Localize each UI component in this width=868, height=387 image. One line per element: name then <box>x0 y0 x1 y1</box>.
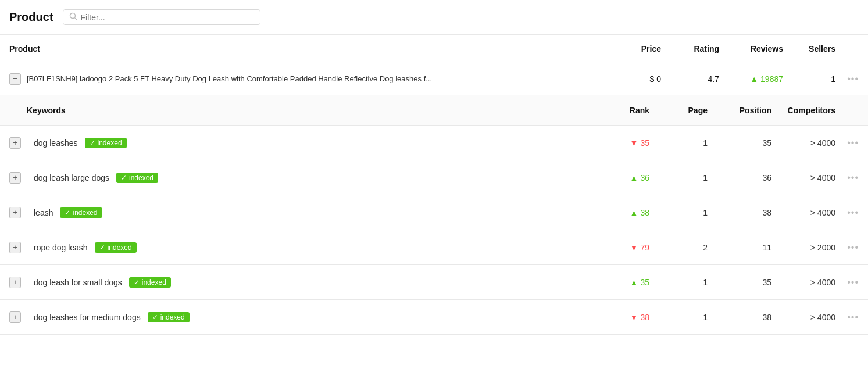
rank-trend-icon: ▼ <box>630 138 638 148</box>
main-column-headers: Product Price Rating Reviews Sellers <box>0 35 868 63</box>
keyword-more-button[interactable]: ••• <box>847 138 859 148</box>
rank-value: 38 <box>640 313 649 322</box>
product-price: $ 0 <box>591 74 661 84</box>
indexed-badge: ✓indexed <box>95 242 137 253</box>
product-more-button[interactable]: ••• <box>847 74 859 84</box>
keyword-row: + leash ✓indexed ▲ 38 1 38 > 4000 ••• <box>0 195 868 230</box>
check-icon: ✓ <box>121 174 127 182</box>
keyword-page: 1 <box>649 138 708 148</box>
kw-col-header-page: Page <box>649 106 708 115</box>
product-sellers: 1 <box>783 74 835 84</box>
expand-icon: + <box>13 278 17 286</box>
check-icon: ✓ <box>99 243 105 252</box>
check-icon: ✓ <box>134 278 140 286</box>
page-title: Product <box>9 10 53 24</box>
keyword-rank: ▼ 38 <box>580 313 649 322</box>
rank-trend-icon: ▼ <box>630 313 638 322</box>
rank-trend-icon: ▲ <box>630 208 638 217</box>
keyword-expand-button[interactable]: + <box>9 242 21 253</box>
keyword-actions: ••• <box>835 242 859 253</box>
keyword-row: + rope dog leash ✓indexed ▼ 79 2 11 > 20… <box>0 230 868 265</box>
rank-value: 35 <box>640 278 649 287</box>
keyword-actions: ••• <box>835 312 859 322</box>
keyword-more-button[interactable]: ••• <box>847 242 859 253</box>
keyword-row: + dog leashes ✓indexed ▼ 35 1 35 > 4000 … <box>0 126 868 160</box>
keyword-more-button[interactable]: ••• <box>847 277 859 288</box>
col-header-price: Price <box>591 44 661 53</box>
col-header-rating: Rating <box>661 44 719 53</box>
keyword-name-cell: + leash ✓indexed <box>9 207 580 218</box>
rank-value: 38 <box>640 208 649 217</box>
keywords-section: Keywords Rank Page Position Competitors … <box>0 95 868 335</box>
svg-line-1 <box>74 18 77 20</box>
keyword-name-cell: + dog leash large dogs ✓indexed <box>9 172 580 184</box>
indexed-badge: ✓indexed <box>85 138 127 148</box>
collapse-button[interactable]: − <box>9 73 21 85</box>
keyword-competitors: > 4000 <box>771 208 835 217</box>
expand-icon: + <box>13 243 17 252</box>
filter-input[interactable] <box>81 13 254 22</box>
product-rating: 4.7 <box>661 74 719 84</box>
rank-trend-icon: ▲ <box>630 278 638 287</box>
keyword-competitors: > 2000 <box>771 243 835 252</box>
keyword-position: 36 <box>708 173 771 182</box>
keyword-row: + dog leash large dogs ✓indexed ▲ 36 1 3… <box>0 160 868 195</box>
kw-col-header-position: Position <box>708 106 771 115</box>
keyword-name-cell: + dog leashes ✓indexed <box>9 137 580 149</box>
main-container: Product Product Price Rating Reviews Sel… <box>0 0 868 387</box>
keyword-expand-button[interactable]: + <box>9 207 21 218</box>
col-header-product: Product <box>9 44 591 53</box>
keyword-rank: ▲ 35 <box>580 278 649 287</box>
keyword-expand-button[interactable]: + <box>9 137 21 149</box>
keyword-name: rope dog leash <box>34 243 88 252</box>
keyword-row: + dog leashes for medium dogs ✓indexed ▼… <box>0 300 868 335</box>
reviews-trend-icon: ▲ <box>750 74 758 84</box>
keyword-page: 2 <box>649 243 708 252</box>
keyword-competitors: > 4000 <box>771 278 835 287</box>
keyword-name-cell: + rope dog leash ✓indexed <box>9 242 580 253</box>
keyword-position: 11 <box>708 243 771 252</box>
keyword-expand-button[interactable]: + <box>9 172 21 184</box>
rank-value: 79 <box>640 243 649 252</box>
rank-trend-icon: ▼ <box>630 243 638 252</box>
col-header-reviews: Reviews <box>719 44 783 53</box>
keyword-rows-container: + dog leashes ✓indexed ▼ 35 1 35 > 4000 … <box>0 126 868 335</box>
keywords-column-headers: Keywords Rank Page Position Competitors <box>0 95 868 126</box>
expand-icon: + <box>13 173 17 182</box>
keyword-expand-button[interactable]: + <box>9 277 21 288</box>
product-actions: ••• <box>835 74 859 84</box>
rank-trend-icon: ▲ <box>630 173 638 182</box>
keyword-name-cell: + dog leash for small dogs ✓indexed <box>9 277 580 288</box>
keyword-more-button[interactable]: ••• <box>847 207 859 218</box>
check-icon: ✓ <box>90 139 95 147</box>
keyword-page: 1 <box>649 313 708 322</box>
expand-icon: + <box>13 313 17 321</box>
rank-value: 35 <box>640 138 649 148</box>
keyword-position: 35 <box>708 138 771 148</box>
keyword-competitors: > 4000 <box>771 138 835 148</box>
keyword-more-button[interactable]: ••• <box>847 312 859 322</box>
kw-col-header-competitors: Competitors <box>771 106 835 115</box>
keyword-competitors: > 4000 <box>771 313 835 322</box>
keyword-actions: ••• <box>835 277 859 288</box>
indexed-badge: ✓indexed <box>116 173 158 183</box>
expand-icon: + <box>13 138 17 147</box>
keyword-page: 1 <box>649 278 708 287</box>
keyword-actions: ••• <box>835 138 859 148</box>
product-row: − [B07LF1SNH9] ladoogo 2 Pack 5 FT Heavy… <box>0 63 868 95</box>
keyword-rank: ▲ 38 <box>580 208 649 217</box>
keyword-rank: ▼ 79 <box>580 243 649 252</box>
indexed-badge: ✓indexed <box>129 277 171 288</box>
keyword-row: + dog leash for small dogs ✓indexed ▲ 35… <box>0 265 868 300</box>
keyword-page: 1 <box>649 208 708 217</box>
kw-col-header-rank: Rank <box>580 106 649 115</box>
keyword-name: leash <box>34 208 53 217</box>
keyword-rank: ▲ 36 <box>580 173 649 182</box>
keyword-name: dog leash large dogs <box>34 173 109 182</box>
keyword-expand-button[interactable]: + <box>9 311 21 323</box>
indexed-badge: ✓indexed <box>148 312 190 322</box>
check-icon: ✓ <box>65 209 70 217</box>
col-header-sellers: Sellers <box>783 44 835 53</box>
keyword-more-button[interactable]: ••• <box>847 173 859 183</box>
keyword-position: 35 <box>708 278 771 287</box>
